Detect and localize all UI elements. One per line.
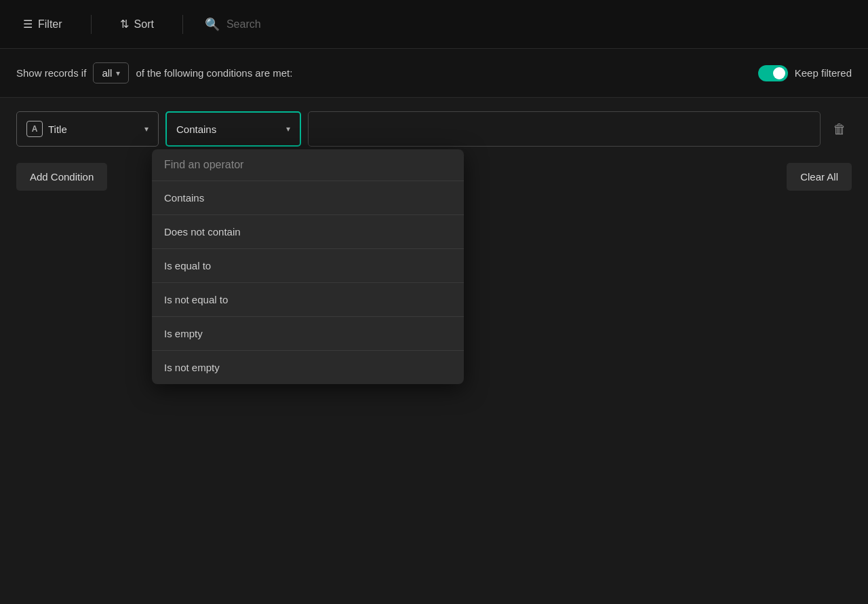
clear-all-button[interactable]: Clear All xyxy=(787,163,852,191)
operator-chevron-icon: ▾ xyxy=(286,124,290,134)
filter-bar: Show records if all ▾ of the following c… xyxy=(0,49,868,98)
delete-condition-button[interactable]: 🗑 xyxy=(827,116,852,143)
all-option-label: all xyxy=(102,67,112,79)
operator-dropdown: Contains Does not contain Is equal to Is… xyxy=(152,149,464,384)
dropdown-item-does-not-contain[interactable]: Does not contain xyxy=(152,215,464,248)
condition-row: A Title ▾ Contains ▾ 🗑 xyxy=(16,111,852,147)
filter-icon: ☰ xyxy=(23,18,33,31)
dropdown-search-wrap xyxy=(152,149,464,181)
keep-filtered-toggle[interactable] xyxy=(758,65,788,81)
operator-label: Contains xyxy=(176,124,216,135)
condition-section: A Title ▾ Contains ▾ 🗑 Contains Does not… xyxy=(0,98,868,147)
field-select[interactable]: A Title ▾ xyxy=(16,111,159,147)
dropdown-item-is-empty[interactable]: Is empty xyxy=(152,317,464,350)
search-area: 🔍 Search xyxy=(205,17,852,32)
all-select[interactable]: all ▾ xyxy=(93,62,129,83)
field-chevron-icon: ▾ xyxy=(144,124,149,134)
sort-button[interactable]: ⇅ Sort xyxy=(113,14,161,35)
trash-icon: 🗑 xyxy=(833,121,846,137)
operator-select[interactable]: Contains ▾ xyxy=(165,111,301,147)
dropdown-item-is-not-empty[interactable]: Is not empty xyxy=(152,351,464,384)
dropdown-item-is-equal-to[interactable]: Is equal to xyxy=(152,249,464,282)
field-type-icon: A xyxy=(26,121,43,137)
divider-1 xyxy=(91,15,92,34)
add-condition-button[interactable]: Add Condition xyxy=(16,163,107,191)
toggle-thumb xyxy=(773,67,785,79)
search-icon: 🔍 xyxy=(205,17,220,32)
search-placeholder: Search xyxy=(226,18,261,31)
dropdown-item-contains[interactable]: Contains xyxy=(152,181,464,214)
keep-filtered-label: Keep filtered xyxy=(795,67,852,79)
chevron-down-icon: ▾ xyxy=(116,69,120,78)
filter-prefix: Show records if xyxy=(16,67,86,79)
toolbar: ☰ Filter ⇅ Sort 🔍 Search xyxy=(0,0,868,49)
filter-label: Filter xyxy=(38,18,62,31)
divider-2 xyxy=(182,15,183,34)
filter-suffix: of the following conditions are met: xyxy=(136,67,292,79)
filter-button[interactable]: ☰ Filter xyxy=(16,14,69,35)
sort-icon: ⇅ xyxy=(120,18,129,31)
dropdown-item-is-not-equal-to[interactable]: Is not equal to xyxy=(152,283,464,316)
filter-row: Show records if all ▾ of the following c… xyxy=(16,62,852,83)
keep-filtered-wrap: Keep filtered xyxy=(758,65,852,81)
field-label: Title xyxy=(48,124,139,135)
value-input[interactable] xyxy=(308,111,821,147)
sort-label: Sort xyxy=(134,18,154,31)
operator-search-input[interactable] xyxy=(164,159,452,171)
